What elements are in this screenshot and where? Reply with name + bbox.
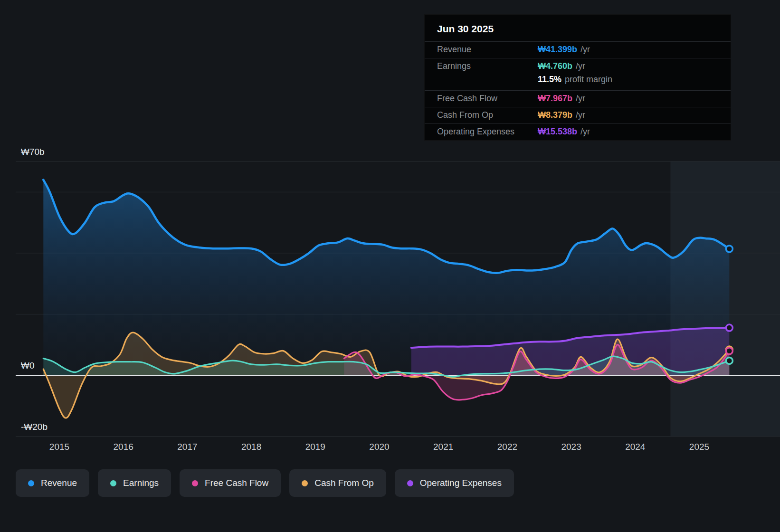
legend-label-cash-from-op: Cash From Op	[314, 478, 374, 488]
chart-tooltip: Jun 30 2025 Revenue ₩41.399b /yr Earning…	[424, 14, 731, 141]
tooltip-value-revenue: ₩41.399b	[538, 45, 577, 55]
x-axis-label: 2023	[561, 442, 581, 452]
tooltip-row-free-cash-flow: Free Cash Flow ₩7.967b /yr	[425, 90, 731, 107]
chart-legend: Revenue Earnings Free Cash Flow Cash Fro…	[16, 469, 514, 497]
x-axis-label: 2019	[305, 442, 325, 452]
series-endpoint-free-cash-flow	[726, 348, 732, 354]
tooltip-row-earnings: Earnings ₩4.760b /yr	[425, 58, 731, 75]
tooltip-value-cash-from-op: ₩8.379b	[538, 110, 572, 120]
x-axis-label: 2025	[689, 442, 709, 452]
tooltip-date: Jun 30 2025	[425, 15, 731, 41]
earnings-legend-dot-icon	[110, 480, 116, 486]
series-endpoint-earnings	[726, 357, 732, 364]
legend-label-operating-expenses: Operating Expenses	[420, 478, 502, 488]
tooltip-label-cash-from-op: Cash From Op	[437, 110, 538, 120]
tooltip-suffix-cash-from-op: /yr	[576, 110, 585, 120]
x-axis-label: 2017	[177, 442, 197, 452]
tooltip-value-free-cash-flow: ₩7.967b	[538, 94, 572, 104]
x-axis-label: 2015	[49, 442, 69, 452]
legend-item-free-cash-flow[interactable]: Free Cash Flow	[180, 469, 281, 497]
y-axis-label: ₩0	[21, 361, 35, 370]
tooltip-value-operating-expenses: ₩15.538b	[538, 127, 577, 137]
tooltip-row-operating-expenses: Operating Expenses ₩15.538b /yr	[425, 124, 731, 140]
tooltip-profit-margin-value: 11.5%	[538, 75, 561, 85]
tooltip-suffix-operating-expenses: /yr	[580, 127, 590, 137]
tooltip-row-cash-from-op: Cash From Op ₩8.379b /yr	[425, 107, 731, 124]
tooltip-profit-margin-label: profit margin	[565, 75, 612, 85]
tooltip-label-free-cash-flow: Free Cash Flow	[437, 94, 538, 104]
tooltip-row-revenue: Revenue ₩41.399b /yr	[425, 41, 731, 58]
tooltip-suffix-free-cash-flow: /yr	[576, 94, 585, 104]
tooltip-value-earnings: ₩4.760b	[538, 61, 572, 71]
series-endpoint-operating-expenses	[726, 324, 732, 331]
cash-from-op-legend-dot-icon	[302, 480, 308, 486]
legend-item-earnings[interactable]: Earnings	[98, 469, 171, 497]
tooltip-suffix-revenue: /yr	[580, 45, 590, 55]
operating-expenses-legend-dot-icon	[407, 480, 413, 486]
x-axis-label: 2018	[241, 442, 261, 452]
legend-item-operating-expenses[interactable]: Operating Expenses	[395, 469, 514, 497]
tooltip-label-operating-expenses: Operating Expenses	[437, 127, 538, 137]
tooltip-suffix-earnings: /yr	[576, 61, 585, 71]
x-axis-label: 2020	[369, 442, 389, 452]
tooltip-label-earnings: Earnings	[437, 61, 538, 71]
y-axis-label: -₩20b	[21, 422, 48, 432]
tooltip-label-revenue: Revenue	[437, 45, 538, 55]
legend-item-cash-from-op[interactable]: Cash From Op	[289, 469, 386, 497]
legend-label-earnings: Earnings	[123, 478, 159, 488]
x-axis-label: 2024	[625, 442, 646, 452]
x-axis-label: 2016	[114, 442, 133, 452]
tooltip-row-profit-margin: 11.5% profit margin	[425, 75, 731, 90]
legend-label-revenue: Revenue	[41, 478, 77, 488]
legend-item-revenue[interactable]: Revenue	[16, 469, 89, 497]
series-endpoint-revenue	[726, 246, 732, 252]
free-cash-flow-legend-dot-icon	[192, 480, 198, 486]
legend-label-free-cash-flow: Free Cash Flow	[205, 478, 268, 488]
y-axis-label: ₩70b	[21, 147, 45, 157]
x-axis-label: 2022	[497, 442, 517, 452]
revenue-legend-dot-icon	[28, 480, 34, 486]
x-axis-label: 2021	[433, 442, 453, 452]
